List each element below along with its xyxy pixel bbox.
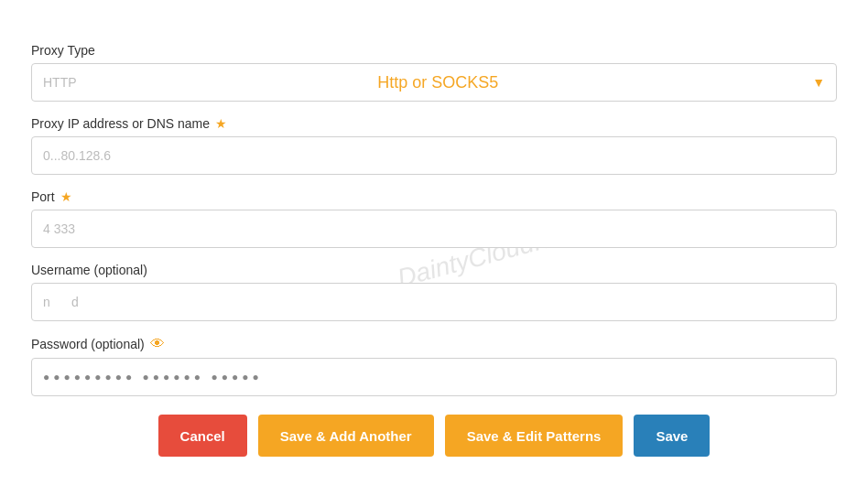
eye-icon[interactable]: 👁 <box>150 336 165 352</box>
password-group: Password (optional) 👁 ●●●●●●●●● ●●●●●● ●… <box>31 336 837 396</box>
cancel-button[interactable]: Cancel <box>158 415 247 457</box>
port-required-star-icon: ★ <box>60 189 72 204</box>
port-group: Port ★ <box>31 189 837 248</box>
username-group: Username (optional) <box>31 263 837 321</box>
proxy-type-placeholder: HTTP <box>43 75 77 90</box>
proxy-type-group: Proxy Type HTTP Http or SOCKS5 ▼ <box>31 43 837 102</box>
proxy-ip-group: Proxy IP address or DNS name ★ <box>31 116 837 175</box>
save-edit-patterns-button[interactable]: Save & Edit Patterns <box>445 415 624 457</box>
username-input[interactable] <box>31 283 837 321</box>
proxy-type-label: Proxy Type <box>31 43 837 58</box>
proxy-type-select[interactable]: HTTP Http or SOCKS5 ▼ <box>31 63 837 102</box>
proxy-type-value: Http or SOCKS5 <box>77 73 799 92</box>
form-container: DaintyCloud.com Proxy Type HTTP Http or … <box>13 21 855 475</box>
proxy-type-select-wrapper[interactable]: HTTP Http or SOCKS5 ▼ <box>31 63 837 102</box>
save-button[interactable]: Save <box>634 415 710 457</box>
buttons-row: Cancel Save & Add Another Save & Edit Pa… <box>31 415 837 457</box>
proxy-ip-input[interactable] <box>31 136 837 175</box>
password-input-display[interactable]: ●●●●●●●●● ●●●●●● ●●●●● <box>31 358 837 396</box>
password-label: Password (optional) 👁 <box>31 336 837 352</box>
port-input[interactable] <box>31 210 837 248</box>
password-dots: ●●●●●●●●● ●●●●●● ●●●●● <box>43 371 263 383</box>
port-label: Port ★ <box>31 189 837 204</box>
required-star-icon: ★ <box>215 116 227 131</box>
proxy-ip-label: Proxy IP address or DNS name ★ <box>31 116 837 131</box>
dropdown-arrow-icon: ▼ <box>812 75 825 90</box>
save-add-another-button[interactable]: Save & Add Another <box>258 415 434 457</box>
username-label: Username (optional) <box>31 263 837 277</box>
